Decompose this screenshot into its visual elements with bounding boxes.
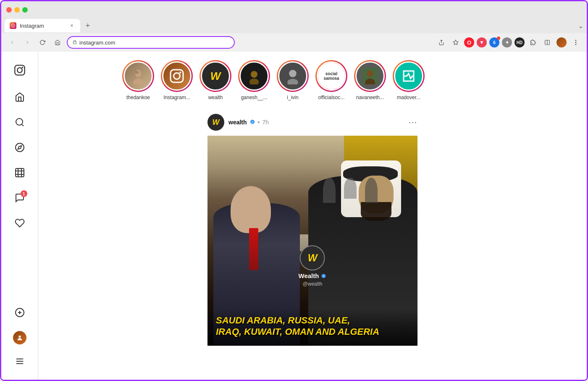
story-item[interactable]: navaneeth... — [354, 60, 386, 100]
tab-close-button[interactable]: × — [68, 22, 75, 29]
refresh-button[interactable] — [37, 37, 48, 48]
story-label: Instagram... — [163, 95, 190, 100]
story-item[interactable]: socialsamosa officialsoc... — [315, 60, 347, 100]
user-avatar-button[interactable] — [556, 37, 567, 48]
back-people — [323, 178, 378, 203]
story-avatar-wrapper — [122, 60, 154, 92]
back-button[interactable] — [6, 37, 18, 48]
svg-point-12 — [17, 68, 22, 73]
home-button[interactable] — [52, 37, 63, 48]
svg-rect-0 — [11, 24, 15, 27]
browser-actions: O ▼ 6 ⌖ HD — [436, 37, 582, 48]
maximize-button[interactable] — [22, 7, 28, 13]
story-avatar — [394, 61, 423, 91]
svg-point-33 — [249, 79, 259, 84]
story-avatar-wrapper — [354, 60, 386, 92]
story-item[interactable]: ganesh__... — [238, 60, 270, 100]
post-options-button[interactable]: ··· — [409, 118, 417, 127]
svg-point-8 — [575, 40, 577, 41]
tab-title: Instagram — [20, 23, 44, 29]
caption-line1: SAUDI ARABIA, RUSSIA, UAE, — [216, 315, 409, 326]
forward-button[interactable] — [21, 37, 33, 48]
split-view-button[interactable] — [541, 37, 553, 48]
address-bar[interactable]: instagram.com — [67, 36, 235, 49]
svg-point-2 — [14, 24, 14, 25]
tab-bar: Instagram × + ⌄ — [1, 18, 587, 33]
story-label: ganesh__... — [241, 95, 268, 100]
svg-rect-11 — [15, 65, 24, 75]
tab-menu-button[interactable]: ⌄ — [578, 22, 583, 30]
opera-icon[interactable]: O — [464, 37, 474, 47]
address-bar-row: instagram.com O ▼ 6 ⌖ HD — [1, 33, 587, 52]
story-avatar-wrapper: socialsamosa — [315, 60, 347, 92]
sidebar-item-create[interactable] — [10, 302, 30, 323]
story-avatar — [239, 61, 269, 91]
story-item[interactable]: madover... — [393, 60, 425, 100]
svg-marker-17 — [18, 146, 21, 149]
share-button[interactable] — [436, 37, 447, 48]
minimize-button[interactable] — [14, 7, 20, 13]
sidebar-item-likes[interactable] — [10, 213, 30, 233]
svg-point-13 — [21, 67, 23, 68]
title-bar — [1, 1, 587, 18]
post-caption-overlay: SAUDI ARABIA, RUSSIA, UAE, IRAQ, KUWAIT,… — [207, 308, 417, 346]
extensions-button[interactable] — [527, 37, 539, 48]
sidebar-item-explore[interactable] — [10, 137, 30, 158]
ext-icon-dark[interactable]: HD — [514, 37, 525, 47]
post-image[interactable]: W Wealth @wealth — [207, 136, 417, 346]
url-text: instagram.com — [79, 39, 115, 46]
sidebar-item-search[interactable] — [10, 112, 30, 132]
svg-point-28 — [135, 71, 139, 74]
svg-rect-3 — [73, 42, 76, 44]
overlay-name: Wealth — [299, 272, 319, 279]
post-avatar[interactable]: W — [207, 114, 224, 131]
post-username[interactable]: wealth — [228, 119, 247, 126]
sidebar-item-profile[interactable] — [10, 328, 30, 348]
story-avatar-wrapper — [277, 60, 309, 92]
instagram-sidebar: 1 — [1, 52, 38, 380]
pocket-icon[interactable]: ▼ — [477, 37, 487, 47]
story-avatar: socialsamosa — [317, 61, 346, 91]
stories-row: thedankoe Instagram... — [38, 60, 587, 109]
svg-point-34 — [289, 70, 297, 77]
sidebar-item-notifications[interactable]: 1 — [10, 188, 30, 208]
svg-point-9 — [575, 42, 577, 43]
story-label: wealth — [208, 95, 223, 100]
post-time: 7h — [262, 119, 269, 126]
svg-line-15 — [21, 124, 23, 126]
more-options-button[interactable] — [570, 37, 582, 48]
active-tab[interactable]: Instagram × — [5, 19, 80, 32]
bookmark-button[interactable] — [450, 37, 462, 48]
svg-point-1 — [12, 25, 14, 26]
ext-icon-gray[interactable]: ⌖ — [502, 37, 512, 47]
story-label: thedankoe — [126, 95, 150, 100]
svg-rect-29 — [171, 70, 183, 82]
story-avatar — [123, 61, 153, 91]
story-avatar — [162, 61, 192, 91]
instagram-logo[interactable] — [10, 60, 30, 80]
svg-point-31 — [179, 72, 181, 74]
notification-badge: 1 — [21, 190, 27, 197]
svg-point-27 — [133, 79, 143, 84]
story-label: navaneeth... — [356, 95, 384, 100]
post-overlay-profile: W Wealth @wealth — [299, 245, 327, 287]
story-item[interactable]: i_ivin — [277, 60, 309, 100]
instagram-feed: thedankoe Instagram... — [38, 52, 587, 380]
sidebar-item-home[interactable] — [10, 87, 30, 107]
sidebar-item-reels[interactable] — [10, 163, 30, 183]
post-header: W wealth • 7h ··· — [207, 109, 417, 136]
story-item[interactable]: thedankoe — [122, 60, 154, 100]
story-avatar — [278, 61, 307, 91]
story-avatar-wrapper: W — [200, 60, 231, 92]
close-button[interactable] — [6, 7, 12, 13]
story-item[interactable]: W wealth — [200, 60, 231, 100]
story-item[interactable]: Instagram... — [161, 60, 193, 100]
new-tab-button[interactable]: + — [82, 20, 94, 32]
svg-point-14 — [16, 118, 23, 125]
story-avatar — [355, 61, 385, 91]
user-avatar — [13, 331, 26, 344]
sidebar-item-menu[interactable] — [10, 351, 30, 371]
story-avatar-wrapper — [393, 60, 425, 92]
photo-scene: W Wealth @wealth — [207, 136, 417, 346]
ext-icon-blue[interactable]: 6 — [489, 37, 499, 47]
